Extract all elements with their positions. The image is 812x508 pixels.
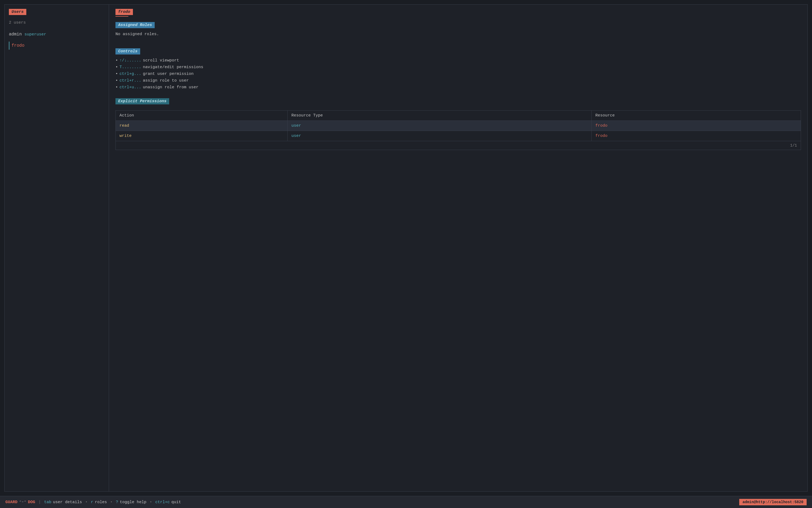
control-desc-grant: grant user permission bbox=[143, 72, 194, 76]
table-header-row: Action Resource Type Resource bbox=[116, 111, 801, 121]
status-bar-left: GUARD ᵔᵕᵔ DOG | tab user details • r rol… bbox=[5, 500, 181, 505]
control-key-assign: ctrl+r... bbox=[120, 78, 141, 83]
cell-resource-type-user2: user bbox=[288, 131, 592, 141]
right-panel: frodo Assigned Roles No assigned roles. … bbox=[109, 4, 808, 492]
control-desc-scroll: scroll viewport bbox=[143, 58, 179, 63]
col-header-resource-type: Resource Type bbox=[288, 111, 592, 121]
right-title-underline bbox=[116, 16, 128, 17]
cell-resource-frodo2: frodo bbox=[592, 131, 801, 141]
col-header-action: Action bbox=[116, 111, 288, 121]
control-item-navigate: • T........navigate/edit permissions bbox=[116, 65, 801, 70]
control-key-grant: ctrl+g... bbox=[120, 72, 141, 76]
cell-action-read: read bbox=[116, 121, 288, 131]
status-separator: | bbox=[38, 500, 41, 505]
explicit-permissions-badge: Explicit Permissions bbox=[116, 98, 169, 104]
app-icon: ᵔᵕᵔ bbox=[19, 500, 26, 505]
control-desc-assign: assign role to user bbox=[143, 78, 189, 83]
assigned-roles-section: Assigned Roles No assigned roles. bbox=[116, 22, 801, 43]
right-title-badge: frodo bbox=[116, 9, 133, 15]
controls-section: Controls • ↑/↓......scroll viewport • T.… bbox=[116, 48, 801, 92]
role-badge-superuser: superuser bbox=[25, 32, 46, 37]
cell-resource-frodo1: frodo bbox=[592, 121, 801, 131]
control-item-grant: • ctrl+g...grant user permission bbox=[116, 72, 801, 76]
explicit-permissions-section: Explicit Permissions Action Resource Typ… bbox=[116, 98, 801, 150]
table-pagination: 1/1 bbox=[116, 141, 801, 150]
table-row[interactable]: write user frodo bbox=[116, 131, 801, 141]
table-row[interactable]: read user frodo bbox=[116, 121, 801, 131]
connection-badge: admin@http://localhost:5820 bbox=[739, 499, 807, 505]
cell-resource-type-user1: user bbox=[288, 121, 592, 131]
status-r-desc: roles bbox=[95, 500, 107, 505]
username-admin: admin bbox=[9, 32, 22, 37]
status-tab-desc: user details bbox=[53, 500, 82, 505]
left-panel-title-badge: Users bbox=[9, 9, 105, 20]
control-item-scroll: • ↑/↓......scroll viewport bbox=[116, 58, 801, 63]
control-desc-navigate: navigate/edit permissions bbox=[143, 65, 203, 70]
no-roles-text: No assigned roles. bbox=[116, 32, 801, 37]
status-quit-desc: quit bbox=[171, 500, 181, 505]
status-bar: GUARD ᵔᵕᵔ DOG | tab user details • r rol… bbox=[0, 496, 812, 508]
user-count: 2 users bbox=[9, 20, 105, 25]
control-item-unassign: • ctrl+u...unassign role from user bbox=[116, 85, 801, 90]
status-tab-key: tab bbox=[44, 500, 51, 505]
control-desc-unassign: unassign role from user bbox=[143, 85, 198, 90]
status-help-desc: toggle help bbox=[120, 500, 146, 505]
username-frodo: frodo bbox=[11, 43, 25, 48]
controls-badge: Controls bbox=[116, 48, 140, 54]
main-content: Users 2 users admin superuser frodo frod… bbox=[0, 0, 812, 496]
right-panel-title-wrapper: frodo bbox=[116, 9, 801, 22]
assigned-roles-badge: Assigned Roles bbox=[116, 22, 155, 28]
app-suffix: DOG bbox=[28, 500, 35, 505]
cell-action-write: write bbox=[116, 131, 288, 141]
permissions-table: Action Resource Type Resource read user … bbox=[116, 111, 801, 141]
control-item-assign: • ctrl+r...assign role to user bbox=[116, 78, 801, 83]
status-help-key: ? bbox=[116, 500, 118, 505]
left-panel: Users 2 users admin superuser frodo bbox=[4, 4, 109, 492]
user-item-admin[interactable]: admin superuser bbox=[9, 30, 105, 38]
permissions-table-wrapper: Action Resource Type Resource read user … bbox=[116, 110, 801, 150]
user-item-frodo[interactable]: frodo bbox=[9, 42, 105, 50]
control-key-scroll: ↑/↓...... bbox=[120, 58, 141, 63]
control-key-unassign: ctrl+u... bbox=[120, 85, 141, 90]
col-header-resource: Resource bbox=[592, 111, 801, 121]
status-r-key: r bbox=[91, 500, 93, 505]
control-key-navigate: T........ bbox=[120, 65, 141, 70]
status-quit-key: ctrl+c bbox=[155, 500, 170, 505]
app-name: GUARD bbox=[5, 500, 17, 505]
